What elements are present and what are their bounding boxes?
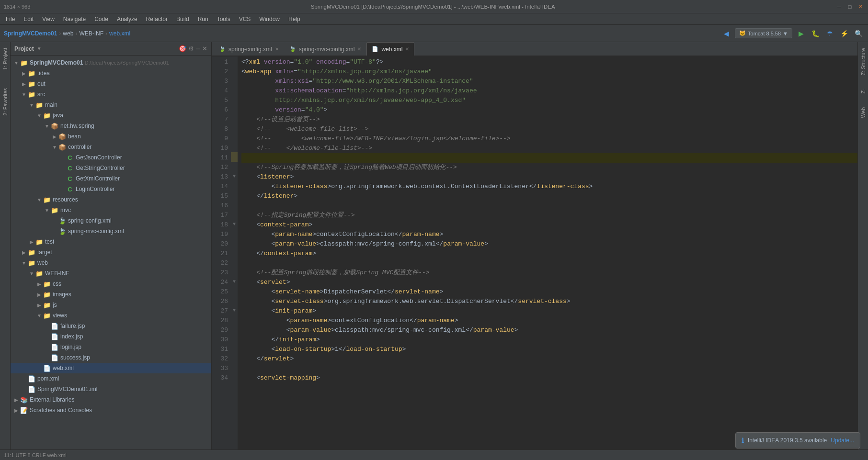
fold-18[interactable]: ▼ (233, 222, 236, 227)
tree-label-springconfig: spring-config.xml (68, 217, 112, 224)
tree-arrow-loginjsp (43, 345, 51, 350)
tree-label-test: test (45, 238, 54, 245)
tree-item-login[interactable]: C LoginController (11, 184, 211, 194)
tree-item-loginjsp[interactable]: 📄 login.jsp (11, 342, 211, 352)
breadcrumb-web[interactable]: web (63, 30, 73, 37)
coverage-button[interactable]: ☂ (824, 28, 835, 39)
menubar-item-build[interactable]: Build (172, 15, 193, 23)
notification-update-link[interactable]: Update... (831, 437, 854, 444)
tab-close-spring-mvc-config[interactable]: ✕ (357, 46, 361, 52)
tree-item-main[interactable]: ▼ 📁 main (11, 100, 211, 110)
tree-item-css[interactable]: ▶ 📁 css (11, 279, 211, 289)
tree-item-images[interactable]: ▶ 📁 images (11, 289, 211, 300)
tree-item-bean[interactable]: ▶ 📦 bean (11, 131, 211, 142)
search-button[interactable]: 🔍 (853, 28, 864, 39)
project-tab[interactable]: 1: Project (1, 44, 10, 74)
tree-item-src[interactable]: ▼ 📁 src (11, 89, 211, 100)
code-editor[interactable]: 12345 678910 1112131415 1617181920 21222… (212, 56, 857, 460)
tree-item-resources[interactable]: ▼ 📁 resources (11, 194, 211, 205)
tree-item-root[interactable]: ▼ 📁 SpringMVCDemo01 D:\IdeaProjects\Spri… (11, 57, 211, 68)
menubar-item-refactor[interactable]: Refactor (142, 15, 171, 23)
breadcrumb-file[interactable]: web.xml (109, 30, 130, 37)
tree-item-scratches[interactable]: ▶ 📝 Scratches and Consoles (11, 405, 211, 415)
tree-item-js[interactable]: ▶ 📁 js (11, 300, 211, 310)
sidebar-collapse-icon[interactable]: ─ (196, 45, 200, 52)
sidebar-settings-icon[interactable]: ⚙ (188, 45, 194, 52)
tree-item-nethwspring[interactable]: ▼ 📦 net.hw.spring (11, 121, 211, 131)
tree-arrow-webinf: ▼ (28, 271, 35, 276)
tab-web-xml[interactable]: 📄 web.xml ✕ (366, 42, 414, 56)
menubar-item-code[interactable]: Code (91, 15, 112, 23)
tree-item-failurejsp[interactable]: 📄 failure.jsp (11, 321, 211, 331)
tree-item-webinf[interactable]: ▼ 📁 WEB-INF (11, 268, 211, 279)
tab-spring-config[interactable]: 🍃 spring-config.xml ✕ (214, 42, 284, 56)
tab-spring-mvc-config[interactable]: 🍃 spring-mvc-config.xml ✕ (284, 42, 367, 56)
tree-item-java[interactable]: ▼ 📁 java (11, 110, 211, 121)
tree-item-ext[interactable]: ▶ 📚 External Libraries (11, 394, 211, 405)
fold-13[interactable]: ▼ (233, 174, 236, 179)
tab-close-web-xml[interactable]: ✕ (405, 46, 409, 52)
tree-label-js: js (53, 302, 57, 308)
debug-button[interactable]: 🐛 (810, 28, 821, 39)
tree-item-successjsp[interactable]: 📄 success.jsp (11, 352, 211, 363)
menubar-item-edit[interactable]: Edit (20, 15, 37, 23)
menubar-item-vcs[interactable]: VCS (235, 15, 255, 23)
tree-item-views[interactable]: ▼ 📁 views (11, 310, 211, 321)
tomcat-selector[interactable]: 🐱 Tomcat 8.5.58 ▼ (735, 28, 792, 38)
menubar-item-help[interactable]: Help (285, 15, 304, 23)
code-line-26: <servlet-class>org.springframework.web.s… (241, 297, 857, 306)
tree-item-controller[interactable]: ▼ 📦 controller (11, 142, 211, 152)
menubar-item-navigate[interactable]: Navigate (59, 15, 90, 23)
tree-item-getstring[interactable]: C GetStringController (11, 163, 211, 173)
menubar-item-tools[interactable]: Tools (213, 15, 234, 23)
minimize-button[interactable]: ─ (835, 3, 843, 11)
idea-folder-icon: 📁 (28, 69, 35, 77)
main-area: 1: Project 2: Favorites Project ▼ 🎯 ⚙ ─ … (0, 42, 868, 460)
menubar-item-run[interactable]: Run (194, 15, 212, 23)
tree-item-webxml[interactable]: 📄 web.xml (11, 363, 211, 373)
tree-item-getjson[interactable]: C GetJsonController (11, 152, 211, 163)
left-side-tabs: 1: Project 2: Favorites (0, 42, 11, 460)
web-tab[interactable]: Web (859, 103, 868, 122)
breadcrumb-project[interactable]: SpringMVCDemo01 (4, 30, 57, 37)
tree-item-mvc[interactable]: ▼ 📁 mvc (11, 205, 211, 215)
tree-item-web[interactable]: ▼ 📁 web (11, 258, 211, 268)
sidebar-dropdown-icon[interactable]: ▼ (37, 46, 42, 51)
tree-item-springconfig[interactable]: 🍃 spring-config.xml (11, 215, 211, 226)
maximize-button[interactable]: □ (846, 3, 854, 11)
tree-item-out[interactable]: ▶ 📁 out (11, 79, 211, 89)
profile-button[interactable]: ⚡ (838, 28, 850, 39)
fold-27[interactable]: ▼ (233, 308, 236, 313)
tree-label-getjson: GetJsonController (76, 154, 122, 161)
tab-close-spring-config[interactable]: ✕ (275, 46, 279, 52)
menubar-item-analyze[interactable]: Analyze (113, 15, 141, 23)
navigate-back-button[interactable]: ◀ (720, 28, 732, 39)
tree-item-indexjsp[interactable]: 📄 index.jsp (11, 331, 211, 342)
tree-item-idea[interactable]: ▶ 📁 .idea (11, 68, 211, 79)
tree-item-target[interactable]: ▶ 📁 target (11, 247, 211, 258)
tree-label-webxml: web.xml (53, 365, 74, 371)
tree-item-iml[interactable]: 📄 SpringMVCDemo01.iml (11, 384, 211, 394)
z-minus-tab[interactable]: Z- (859, 85, 868, 97)
fold-24[interactable]: ▼ (233, 279, 236, 284)
tree-item-pom[interactable]: 📄 pom.xml (11, 373, 211, 384)
js-icon: 📁 (43, 301, 51, 309)
sidebar-close-icon[interactable]: ✕ (202, 45, 207, 52)
structure-tab[interactable]: Z: Structure (859, 44, 868, 79)
menubar-item-file[interactable]: File (2, 15, 19, 23)
springmvcconfig-icon: 🍃 (58, 227, 66, 235)
favorites-tab[interactable]: 2: Favorites (1, 84, 10, 119)
java-folder-icon: 📁 (43, 112, 51, 119)
breadcrumb-webinf[interactable]: WEB-INF (79, 30, 103, 37)
close-button[interactable]: ✕ (857, 3, 864, 11)
run-button[interactable]: ▶ (795, 28, 807, 39)
code-content[interactable]: <?xml version="1.0" encoding="UTF-8"?> <… (238, 56, 857, 460)
tab-bar: 🍃 spring-config.xml ✕ 🍃 spring-mvc-confi… (212, 42, 857, 56)
tab-label-spring-config: spring-config.xml (228, 46, 272, 53)
tree-item-springmvcconfig[interactable]: 🍃 spring-mvc-config.xml (11, 226, 211, 236)
tree-item-test[interactable]: ▶ 📁 test (11, 236, 211, 247)
menubar-item-view[interactable]: View (38, 15, 58, 23)
sidebar-locate-icon[interactable]: 🎯 (179, 45, 186, 52)
tree-item-getxml[interactable]: C GetXmlController (11, 173, 211, 184)
menubar-item-window[interactable]: Window (255, 15, 284, 23)
